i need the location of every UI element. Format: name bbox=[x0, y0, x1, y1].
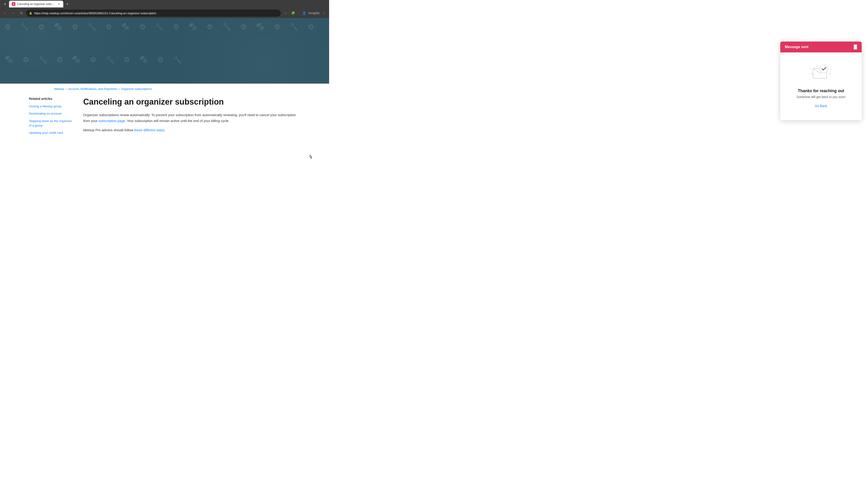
page-content: Meetup > Account, Notifications, and Pay… bbox=[0, 84, 329, 147]
tab-bar: ▾ m Canceling an organizer subscri... ✕ … bbox=[0, 0, 329, 8]
back-button[interactable]: ← bbox=[2, 10, 8, 17]
article-title: Canceling an organizer subscription bbox=[83, 97, 300, 107]
menu-button[interactable]: ⋮ bbox=[321, 10, 327, 16]
breadcrumb-sep-1: > bbox=[65, 88, 67, 90]
tab-close-button[interactable]: ✕ bbox=[57, 2, 61, 6]
url-text: https://help.meetup.com/hc/en-us/article… bbox=[34, 11, 278, 15]
incognito-label: Incognito bbox=[309, 11, 320, 15]
tab-title: Canceling an organizer subscri... bbox=[17, 2, 55, 6]
breadcrumb: Meetup > Account, Notifications, and Pay… bbox=[0, 84, 329, 92]
these-different-steps-link[interactable]: these different steps bbox=[134, 128, 164, 132]
new-tab-button[interactable]: + bbox=[64, 1, 70, 7]
address-bar[interactable]: 🔒 https://help.meetup.com/hc/en-us/artic… bbox=[26, 9, 281, 17]
address-bar-row: ← → ↻ 🔒 https://help.meetup.com/hc/en-us… bbox=[0, 8, 329, 18]
breadcrumb-current[interactable]: Organizer subscriptions bbox=[121, 87, 152, 91]
sidebar-link-credit-card[interactable]: Updating your credit card bbox=[29, 131, 72, 135]
article-paragraph-1: Organizer subscriptions renew automatica… bbox=[83, 112, 300, 124]
reload-button[interactable]: ↻ bbox=[18, 10, 25, 17]
forward-button[interactable]: → bbox=[10, 10, 17, 17]
sidebar-link-closing[interactable]: Closing a Meetup group bbox=[29, 104, 72, 109]
profile-button[interactable]: 👤 bbox=[301, 10, 307, 16]
sidebar: Related articles Closing a Meetup group … bbox=[29, 92, 79, 138]
tab-favicon: m bbox=[12, 2, 16, 6]
article: Canceling an organizer subscription Orga… bbox=[79, 92, 300, 138]
subscription-page-link[interactable]: subscription page bbox=[98, 119, 125, 123]
article-paragraph-2: Meetup Pro admins should follow these di… bbox=[83, 127, 300, 133]
hero-icons-overlay: ⚙🔧⚙🔩⚙ 🔧⚙🔩⚙🔧 ⚙🔩⚙🔧⚙ 🔩⚙🔧⚙🔩 ⚙🔧⚙🔩⚙ 🔧⚙🔩⚙🔧 bbox=[0, 18, 329, 84]
browser-tab[interactable]: m Canceling an organizer subscri... ✕ bbox=[9, 1, 63, 7]
content-layout: Related articles Closing a Meetup group … bbox=[29, 92, 300, 147]
cursor bbox=[310, 155, 312, 159]
lock-icon: 🔒 bbox=[29, 11, 32, 15]
incognito-icon: 👤 bbox=[302, 11, 306, 15]
tab-switcher-button[interactable]: ▾ bbox=[2, 1, 8, 7]
breadcrumb-meetup[interactable]: Meetup bbox=[54, 87, 64, 91]
hero-banner: ⚙🔧⚙🔩⚙ 🔧⚙🔩⚙🔧 ⚙🔩⚙🔧⚙ 🔩⚙🔧⚙🔩 ⚙🔧⚙🔩⚙ 🔧⚙🔩⚙🔧 bbox=[0, 18, 329, 84]
article-body: Organizer subscriptions renew automatica… bbox=[83, 112, 300, 133]
sidebar-title: Related articles bbox=[29, 97, 72, 101]
bookmark-button[interactable]: ☆ bbox=[282, 10, 288, 16]
breadcrumb-sep-2: > bbox=[118, 88, 120, 90]
extensions-button[interactable]: 🧩 bbox=[290, 10, 296, 16]
sidebar-link-deactivating[interactable]: Deactivating an account bbox=[29, 111, 72, 116]
sidebar-link-stepping-down[interactable]: Stepping down as the organizer of a grou… bbox=[29, 119, 72, 128]
breadcrumb-account[interactable]: Account, Notifications, and Payments bbox=[68, 87, 117, 91]
